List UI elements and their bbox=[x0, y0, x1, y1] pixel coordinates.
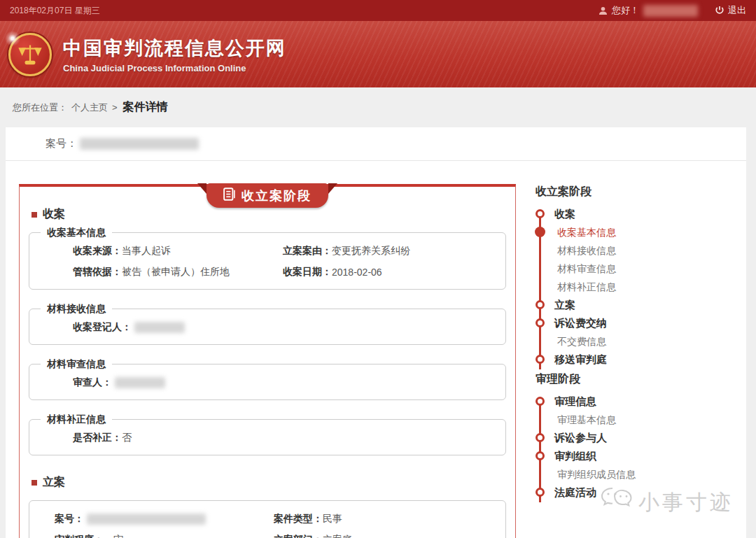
timeline-item-no-fee-info[interactable]: 不交费信息 bbox=[536, 336, 636, 347]
field-case-type: 案件类型： 民事 bbox=[274, 513, 493, 525]
fieldset-material-correction-info: 材料补正信息 是否补正： 否 bbox=[29, 419, 506, 455]
fieldset-material-receive-info: 材料接收信息 收案登记人： bbox=[29, 309, 506, 345]
stage-detail-panel: 收立案阶段 收案 收案基本信息 收案来源： 当事人起诉 立案案由： 变更抚养关系… bbox=[19, 184, 516, 538]
field-reviewer: 审查人： bbox=[73, 376, 283, 389]
timeline-item-participants[interactable]: 诉讼参与人 bbox=[536, 432, 636, 444]
case-number-bar: 案号： bbox=[6, 127, 746, 161]
timeline-item-lian[interactable]: 立案 bbox=[536, 299, 636, 311]
top-bar-user-area: 您好！ 退出 bbox=[598, 4, 746, 17]
site-title: 中国审判流程信息公开网 bbox=[63, 36, 286, 61]
field-receive-date: 收案日期： 2018-02-06 bbox=[283, 266, 493, 278]
fieldset-case-basic-info: 收案基本信息 收案来源： 当事人起诉 立案案由： 变更抚养关系纠纷 管辖依据： … bbox=[29, 232, 506, 290]
field-filing-cause: 立案案由： 变更抚养关系纠纷 bbox=[283, 245, 493, 257]
wechat-icon bbox=[601, 487, 633, 518]
breadcrumb-home-link[interactable]: 个人主页 bbox=[71, 101, 108, 114]
fieldset-material-review-info: 材料审查信息 审查人： bbox=[29, 364, 506, 400]
timeline-item-shouan[interactable]: 收案 bbox=[536, 208, 636, 220]
timeline-item-material-review[interactable]: 材料审查信息 bbox=[536, 263, 636, 274]
registrar-redacted bbox=[134, 322, 185, 333]
timeline-item-trial-info[interactable]: 审理信息 bbox=[536, 396, 636, 407]
filing-case-number-redacted bbox=[87, 514, 206, 525]
field-filing-department: 立案部门： 立案庭 bbox=[274, 534, 493, 538]
logout-label: 退出 bbox=[728, 4, 746, 17]
phase-header-shenli: 审理阶段 bbox=[536, 372, 636, 387]
watermark-text: 小事寸迹 bbox=[638, 488, 734, 517]
current-date: 2018年02月07日 星期三 bbox=[10, 5, 100, 17]
greeting-link[interactable]: 您好！ bbox=[612, 4, 639, 17]
phase-header-shoulian: 收立案阶段 bbox=[536, 185, 636, 199]
timeline-item-litigation-fee[interactable]: 诉讼费交纳 bbox=[536, 318, 636, 329]
field-correction-needed: 是否补正： 否 bbox=[73, 432, 283, 444]
breadcrumb-separator: > bbox=[112, 102, 118, 113]
red-square-bullet bbox=[31, 212, 37, 218]
field-jurisdiction-basis: 管辖依据： 被告（被申请人）住所地 bbox=[73, 266, 283, 278]
user-icon bbox=[598, 6, 608, 15]
timeline-item-trial-org-members[interactable]: 审判组织成员信息 bbox=[536, 469, 636, 480]
timeline-group-filing: 收案 收案基本信息 材料接收信息 材料审查信息 材料补正信息 立案 诉讼费交纳 … bbox=[536, 208, 636, 365]
court-emblem-logo[interactable] bbox=[8, 33, 52, 76]
case-number-label: 案号： bbox=[46, 137, 77, 150]
breadcrumb: 您所在位置： 个人主页 > 案件详情 bbox=[0, 87, 756, 127]
fieldset-legend: 材料接收信息 bbox=[41, 303, 112, 316]
top-bar: 2018年02月07日 星期三 您好！ 退出 bbox=[0, 0, 756, 21]
timeline-item-transfer-court[interactable]: 移送审判庭 bbox=[536, 354, 636, 365]
case-number-redacted bbox=[80, 138, 199, 150]
case-detail-card: 案号： 收立案阶段 收案 bbox=[6, 127, 746, 538]
watermark: 小事寸迹 bbox=[601, 487, 734, 518]
section-title-shouan: 收案 bbox=[31, 207, 506, 222]
timeline-item-trial-organization[interactable]: 审判组织 bbox=[536, 451, 636, 462]
breadcrumb-current: 案件详情 bbox=[123, 100, 168, 115]
red-square-bullet bbox=[31, 480, 37, 486]
power-icon bbox=[715, 6, 724, 15]
timeline-item-trial-basic-info[interactable]: 审理基本信息 bbox=[536, 414, 636, 425]
document-icon bbox=[223, 187, 235, 204]
timeline-item-material-receive[interactable]: 材料接收信息 bbox=[536, 245, 636, 256]
logout-button[interactable]: 退出 bbox=[715, 4, 746, 17]
timeline-item-shouan-basic-info[interactable]: 收案基本信息 bbox=[536, 227, 636, 238]
stage-timeline-sidebar: 收立案阶段 收案 收案基本信息 材料接收信息 材料审查信息 材料补正信息 立案 … bbox=[536, 184, 636, 538]
stage-ribbon: 收立案阶段 bbox=[206, 183, 328, 208]
field-case-source: 收案来源： 当事人起诉 bbox=[73, 245, 283, 257]
fieldset-filing-info: 案号： 案件类型： 民事 审判程序： 一审 立案部门： 立案庭 bbox=[29, 500, 506, 538]
fieldset-legend: 材料审查信息 bbox=[41, 358, 112, 371]
stage-ribbon-label: 收立案阶段 bbox=[241, 187, 312, 204]
field-trial-procedure: 审判程序： 一审 bbox=[55, 534, 274, 538]
fieldset-legend: 收案基本信息 bbox=[41, 227, 112, 239]
reviewer-redacted bbox=[115, 377, 165, 388]
section-title-lian: 立案 bbox=[31, 475, 506, 490]
timeline-item-material-correction[interactable]: 材料补正信息 bbox=[536, 281, 636, 292]
field-filing-case-number: 案号： bbox=[55, 513, 274, 525]
username-redacted bbox=[643, 5, 698, 17]
breadcrumb-prefix: 您所在位置： bbox=[13, 101, 67, 114]
site-subtitle: China Judicial Process Information Onlin… bbox=[63, 63, 286, 73]
site-header: 中国审判流程信息公开网 China Judicial Process Infor… bbox=[0, 21, 756, 87]
timeline-group-trial: 审理信息 审理基本信息 诉讼参与人 审判组织 审判组织成员信息 法庭活动 bbox=[536, 396, 636, 498]
field-registrar: 收案登记人： bbox=[73, 321, 283, 334]
fieldset-legend: 材料补正信息 bbox=[41, 413, 112, 426]
